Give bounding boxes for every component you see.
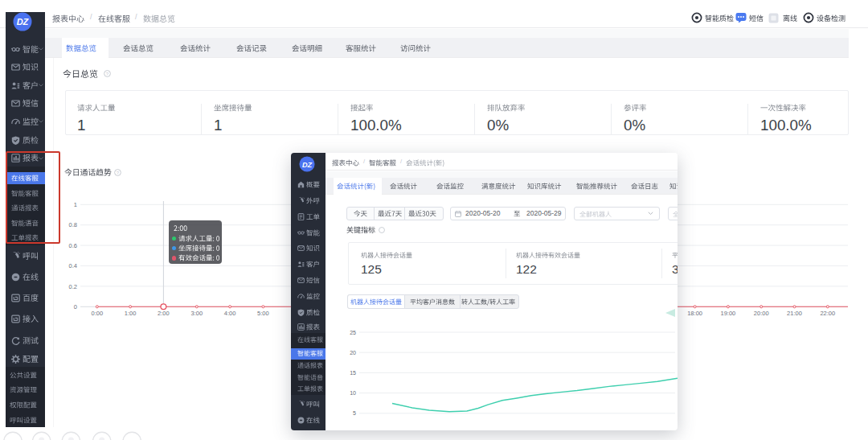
svg-text:0.6: 0.6	[69, 242, 77, 249]
svg-text:1: 1	[74, 201, 77, 208]
svg-text:19:00: 19:00	[721, 310, 736, 317]
svg-text:0: 0	[74, 303, 77, 310]
svg-text:0.4: 0.4	[69, 262, 77, 269]
svg-text:0:00: 0:00	[91, 310, 103, 317]
svg-text:0.8: 0.8	[69, 221, 77, 228]
svg-text:5:00: 5:00	[257, 310, 269, 317]
svg-text:18:00: 18:00	[687, 310, 702, 317]
svg-text:10: 10	[350, 390, 356, 396]
svg-text:4:00: 4:00	[224, 310, 236, 317]
svg-text:22:00: 22:00	[820, 310, 835, 317]
svg-text:5: 5	[353, 410, 356, 416]
svg-text:0.2: 0.2	[69, 283, 77, 290]
svg-text:25: 25	[350, 330, 356, 335]
svg-text:21:00: 21:00	[787, 310, 802, 317]
svg-text:1:00: 1:00	[125, 310, 137, 317]
svg-text:20: 20	[350, 350, 356, 356]
svg-text:15: 15	[350, 370, 356, 376]
svg-text:20:00: 20:00	[754, 310, 769, 317]
svg-text:2:00: 2:00	[158, 310, 170, 317]
svg-text:3:00: 3:00	[190, 310, 203, 317]
